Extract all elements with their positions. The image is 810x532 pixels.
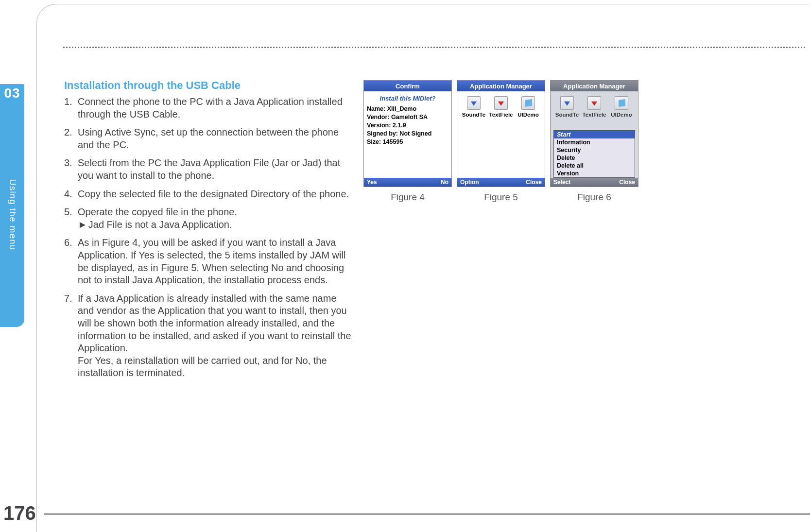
app-label: TextFielc <box>583 112 606 118</box>
phone-screen: Confirm Install this MIDlet? Name: XIII_… <box>363 80 452 187</box>
context-menu: Start Information Security Delete Delete… <box>553 130 635 178</box>
titlebar-text: Confirm <box>396 83 420 90</box>
app-item[interactable]: TextFielc <box>581 96 607 118</box>
app-row: SoundTe TextFielc UIDemo <box>460 96 542 118</box>
softkey-bar: Select Close <box>551 178 638 187</box>
menu-item-security[interactable]: Security <box>554 146 635 154</box>
figure-caption: Figure 4 <box>363 192 452 203</box>
figure-caption: Figure 5 <box>457 192 545 203</box>
titlebar: Confirm <box>364 81 451 91</box>
step-item: 5. Operate the copyed file in the phone.… <box>64 206 353 231</box>
confirm-prompt: Install this MIDlet? <box>367 95 448 102</box>
step-item: 6. As in Figure 4, you will be asked if … <box>64 237 353 286</box>
app-label: SoundTe <box>462 112 485 118</box>
titlebar-text: Application Manager <box>563 83 625 90</box>
step-number: 6. <box>64 237 78 286</box>
softkey-bar: Yes No <box>364 178 451 187</box>
app-row: SoundTe TextFielc UIDemo <box>553 96 635 118</box>
phone-screen: Application Manager SoundTe TextFielc UI… <box>550 80 638 187</box>
step-item: 4. Copy the selected file to the designa… <box>64 188 353 201</box>
menu-item-delete[interactable]: Delete <box>554 154 635 162</box>
screen-body: Install this MIDlet? Name: XIII_Demo Ven… <box>364 91 451 178</box>
section-title: Installation through the USB Cable <box>64 79 353 92</box>
titlebar: Application Manager <box>457 81 545 91</box>
figures-row: Confirm Install this MIDlet? Name: XIII_… <box>363 80 638 203</box>
app-icon <box>494 96 508 110</box>
step-item: 2. Using Active Sync, set up the connect… <box>64 126 353 151</box>
app-icon <box>521 96 535 110</box>
info-line: Signed by: Not Signed <box>367 130 448 138</box>
softkey-right[interactable]: Close <box>526 179 542 186</box>
chapter-number: 03 <box>4 86 20 101</box>
step-text: If a Java Application is already install… <box>78 292 353 379</box>
menu-item-information[interactable]: Information <box>554 138 635 146</box>
step-number: 7. <box>64 292 78 379</box>
step-text: Selecti from the PC the Java Application… <box>78 157 353 182</box>
app-label: UIDemo <box>611 112 632 118</box>
softkey-left[interactable]: Select <box>553 179 570 186</box>
app-item[interactable]: UIDemo <box>515 96 541 118</box>
step-note: Jad File is not a Java Application. <box>78 219 232 230</box>
app-icon <box>467 96 481 110</box>
step-number: 4. <box>64 188 78 201</box>
app-item[interactable]: SoundTe <box>554 96 580 118</box>
app-icon <box>587 96 601 110</box>
figure-caption: Figure 6 <box>550 192 638 203</box>
menu-item-version[interactable]: Version <box>554 170 635 177</box>
figure-5: Application Manager SoundTe TextFielc UI… <box>457 80 545 203</box>
page-number: 176 <box>3 502 36 524</box>
step-text-line: Operate the copyed file in the phone. <box>78 206 237 217</box>
steps-list: 1. Connect the phone to the PC with a Ja… <box>64 96 353 379</box>
app-icon <box>615 96 628 110</box>
step-text: Using Active Sync, set up the connection… <box>78 126 353 151</box>
menu-item-delete-all[interactable]: Delete all <box>554 162 635 170</box>
titlebar: Application Manager <box>551 81 638 91</box>
app-item[interactable]: UIDemo <box>608 96 635 118</box>
softkey-right[interactable]: Close <box>619 179 635 186</box>
side-tab: Using the menu <box>0 103 24 327</box>
softkey-left[interactable]: Option <box>460 179 479 186</box>
info-line: Name: XIII_Demo <box>367 105 448 113</box>
softkey-right[interactable]: No <box>441 179 448 186</box>
step-item: 3. Selecti from the PC the Java Applicat… <box>64 157 353 182</box>
titlebar-text: Application Manager <box>470 83 532 90</box>
figure-6: Application Manager SoundTe TextFielc UI… <box>550 80 638 203</box>
step-text: Operate the copyed file in the phone. Ja… <box>78 206 353 231</box>
step-text: Connect the phone to the PC with a Java … <box>78 96 353 120</box>
header-dotted-rule <box>63 47 805 48</box>
step-item: 7. If a Java Application is already inst… <box>64 292 353 379</box>
step-item: 1. Connect the phone to the PC with a Ja… <box>64 96 353 120</box>
footer-rule <box>44 514 810 515</box>
softkey-bar: Option Close <box>457 178 545 187</box>
step-text: As in Figure 4, you will be asked if you… <box>78 237 353 286</box>
app-icon <box>560 96 574 110</box>
info-line: Vendor: Gameloft SA <box>367 113 448 121</box>
step-number: 2. <box>64 126 78 151</box>
step-number: 5. <box>64 206 78 231</box>
side-tab-label: Using the menu <box>7 179 17 250</box>
app-label: SoundTe <box>555 112 579 118</box>
step-number: 1. <box>64 96 78 120</box>
menu-item-start[interactable]: Start <box>554 131 635 138</box>
app-item[interactable]: TextFielc <box>488 96 514 118</box>
info-line: Version: 2.1.9 <box>367 121 448 130</box>
step-text: Copy the selected file to the designated… <box>78 188 353 201</box>
phone-screen: Application Manager SoundTe TextFielc UI… <box>457 80 545 187</box>
content-column: Installation through the USB Cable 1. Co… <box>64 79 353 385</box>
app-label: UIDemo <box>517 112 538 118</box>
softkey-left[interactable]: Yes <box>367 179 377 186</box>
app-label: TextFielc <box>489 112 513 118</box>
step-number: 3. <box>64 157 78 182</box>
figure-4: Confirm Install this MIDlet? Name: XIII_… <box>363 80 452 203</box>
chapter-badge: 03 <box>0 84 24 103</box>
app-item[interactable]: SoundTe <box>461 96 487 118</box>
info-line: Size: 145595 <box>367 138 448 146</box>
screen-body: SoundTe TextFielc UIDemo <box>457 91 545 178</box>
